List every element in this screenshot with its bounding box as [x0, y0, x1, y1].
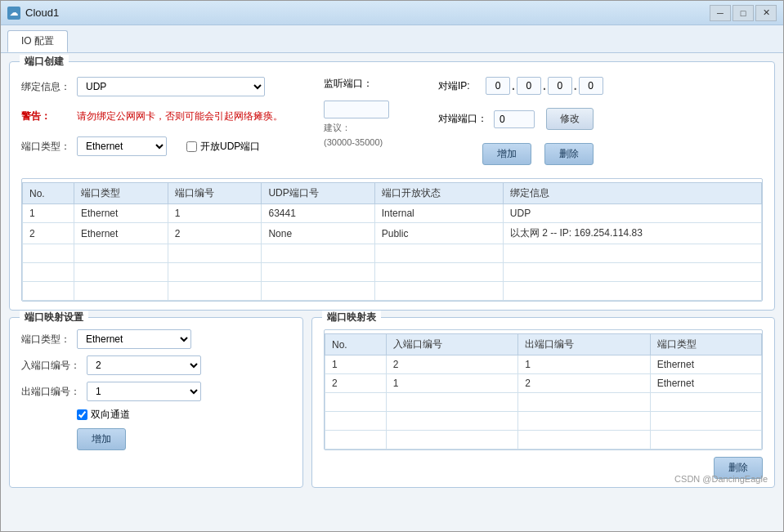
suggest-range: (30000-35000) — [324, 137, 422, 147]
ip-part-4[interactable] — [579, 77, 603, 95]
map-col-out: 出端口编号 — [518, 334, 650, 355]
add-port-button[interactable]: 增加 — [482, 143, 531, 165]
window-title: Cloud1 — [25, 7, 710, 19]
app-icon: ☁ — [7, 7, 20, 20]
out-port-select[interactable]: 1 2 3 — [87, 382, 201, 401]
map-col-type: 端口类型 — [650, 334, 761, 355]
table-row-empty — [325, 393, 762, 412]
peer-ip-row: 对端IP: . . . — [438, 77, 763, 95]
peer-section: 对端IP: . . . 对端端口： — [438, 77, 763, 172]
out-port-label: 出端口编号： — [21, 385, 80, 399]
binding-select[interactable]: UDP TCP Ethernet — [77, 77, 265, 96]
table-row[interactable]: 212Ethernet — [325, 374, 762, 393]
udp-checkbox-text: 开放UDP端口 — [200, 140, 260, 154]
col-open-state: 端口开放状态 — [374, 183, 503, 204]
peer-ip-label: 对端IP: — [438, 79, 479, 93]
modify-button[interactable]: 修改 — [546, 108, 594, 130]
suggest-text: 建议： — [324, 122, 422, 134]
map-col-no: No. — [325, 334, 387, 355]
monitor-port-label: 监听端口： — [324, 77, 373, 91]
udp-checkbox[interactable] — [186, 141, 197, 152]
in-port-label: 入端口编号： — [21, 359, 80, 373]
bidirectional-text: 双向通道 — [91, 408, 130, 422]
warning-row: 警告： 请勿绑定公网网卡，否则可能会引起网络瘫痪。 — [21, 110, 307, 123]
binding-row: 绑定信息： UDP TCP Ethernet — [21, 77, 307, 96]
monitor-label-row: 监听端口： — [324, 77, 422, 91]
port-mapping-table-title: 端口映射表 — [322, 311, 381, 324]
table-row-empty — [23, 244, 762, 263]
bidirectional-row: 双向通道 — [77, 408, 291, 422]
table-row-empty — [325, 412, 762, 431]
col-port-no: 端口编号 — [168, 183, 262, 204]
minimize-button[interactable]: ─ — [710, 5, 731, 21]
bottom-row: 端口映射设置 端口类型： Ethernet Serial 入端口编号： 1 2 … — [9, 317, 775, 488]
mapping-type-select[interactable]: Ethernet Serial — [77, 329, 191, 349]
table-row[interactable]: 2Ethernet2NonePublic以太网 2 -- IP: 169.254… — [23, 223, 762, 244]
port-type-select[interactable]: Ethernet Serial — [77, 136, 167, 156]
in-port-select[interactable]: 1 2 3 — [87, 355, 201, 375]
port-mapping-settings-panel: 端口映射设置 端口类型： Ethernet Serial 入端口编号： 1 2 … — [9, 317, 303, 488]
port-table-container: No. 端口类型 端口编号 UDP端口号 端口开放状态 绑定信息 1Ethern… — [21, 178, 763, 302]
in-port-row: 入端口编号： 1 2 3 — [21, 355, 291, 375]
mapping-table-container: No. 入端口编号 出端口编号 端口类型 121Ethernet212Ether… — [324, 329, 763, 450]
mapping-type-label: 端口类型： — [21, 333, 70, 346]
close-button[interactable]: ✕ — [755, 5, 777, 21]
port-type-label: 端口类型： — [21, 140, 70, 154]
maximize-button[interactable]: □ — [732, 5, 754, 21]
port-creation-panel: 端口创建 绑定信息： UDP TCP Ethernet — [9, 61, 775, 311]
out-port-row: 出端口编号： 1 2 3 — [21, 382, 291, 401]
mapping-add-row: 增加 — [77, 428, 291, 450]
title-bar: ☁ Cloud1 ─ □ ✕ — [1, 1, 783, 25]
ip-input-group: . . . — [486, 77, 603, 95]
port-table: No. 端口类型 端口编号 UDP端口号 端口开放状态 绑定信息 1Ethern… — [22, 182, 762, 301]
warning-text: 请勿绑定公网网卡，否则可能会引起网络瘫痪。 — [77, 110, 283, 123]
map-col-in: 入端口编号 — [386, 334, 517, 355]
tab-bar: IO 配置 — [1, 25, 783, 53]
main-window: ☁ Cloud1 ─ □ ✕ IO 配置 端口创建 绑定信息： — [0, 0, 784, 532]
warning-label: 警告： — [21, 110, 70, 123]
ip-part-3[interactable] — [548, 77, 572, 95]
binding-label: 绑定信息： — [21, 80, 70, 94]
ip-part-1[interactable] — [486, 77, 510, 95]
col-binding: 绑定信息 — [503, 183, 761, 204]
monitor-port-input[interactable]: 30000 — [324, 101, 389, 118]
table-row-empty — [23, 263, 762, 282]
table-row-empty — [23, 282, 762, 301]
col-type: 端口类型 — [74, 183, 168, 204]
table-row[interactable]: 1Ethernet163441InternalUDP — [23, 204, 762, 223]
udp-checkbox-label[interactable]: 开放UDP端口 — [186, 140, 260, 154]
ip-part-2[interactable] — [517, 77, 541, 95]
peer-port-label: 对端端口： — [438, 112, 487, 126]
tab-io[interactable]: IO 配置 — [7, 30, 68, 52]
delete-port-button[interactable]: 删除 — [544, 143, 594, 165]
mapping-type-row: 端口类型： Ethernet Serial — [21, 329, 291, 349]
main-content: 端口创建 绑定信息： UDP TCP Ethernet — [1, 53, 783, 531]
port-mapping-settings-title: 端口映射设置 — [20, 311, 88, 324]
port-type-row: 端口类型： Ethernet Serial 开放UDP端口 — [21, 136, 307, 156]
watermark: CSDN @DancingEagle — [674, 474, 768, 484]
bidirectional-checkbox[interactable] — [77, 409, 87, 420]
add-delete-row: 增加 删除 — [482, 143, 763, 165]
port-mapping-table-panel: 端口映射表 No. 入端口编号 出端口编号 端口类型 121Ethe — [311, 317, 775, 488]
table-row[interactable]: 121Ethernet — [325, 355, 762, 374]
col-no: No. — [23, 183, 74, 204]
port-creation-title: 端口创建 — [20, 55, 69, 69]
peer-port-row: 对端端口： 修改 — [438, 108, 763, 130]
bidirectional-label[interactable]: 双向通道 — [77, 408, 130, 422]
monitor-section: 监听端口： 30000 建议： (30000-35000) — [324, 77, 422, 147]
peer-port-input[interactable] — [494, 110, 535, 128]
window-controls: ─ □ ✕ — [710, 5, 777, 21]
mapping-table: No. 入端口编号 出端口编号 端口类型 121Ethernet212Ether… — [325, 333, 762, 449]
table-row-empty — [325, 431, 762, 449]
add-mapping-button[interactable]: 增加 — [77, 428, 126, 450]
col-udp-port: UDP端口号 — [262, 183, 374, 204]
